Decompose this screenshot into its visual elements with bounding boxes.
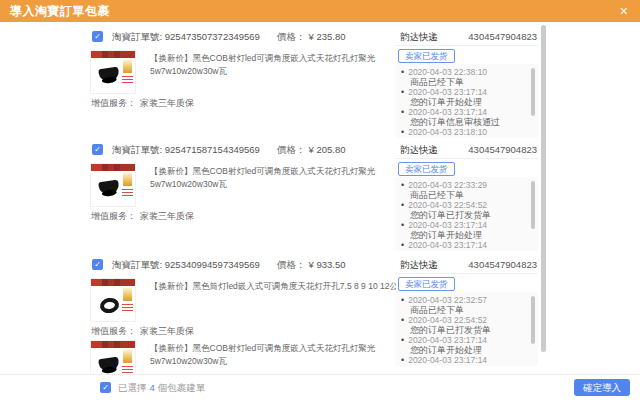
timeline-entry: •2020-04-03 22:32:57 商品已经下单: [401, 295, 528, 315]
timeline-entry: •2020-04-03 23:17:14: [401, 240, 528, 250]
selected-summary: 已選擇4個包裹建單: [118, 381, 205, 394]
ship-status-tag[interactable]: 卖家已发货: [398, 162, 455, 176]
check-icon: ✓: [102, 383, 109, 392]
ship-status-tag[interactable]: 卖家已发货: [398, 49, 455, 63]
product-description: 【换新价】黑色COB射灯led可调角度嵌入式天花灯孔灯聚光 5w7w10w20w…: [150, 342, 390, 368]
close-icon[interactable]: ×: [620, 0, 628, 22]
check-icon: ✓: [94, 32, 101, 41]
timeline-entry: •2020-04-03 22:54:52 您的订单已打发货单: [401, 315, 528, 335]
order-item-4-partial: 【换新价】黑色COB射灯led可调角度嵌入式天花灯孔灯聚光 5w7w10w20w…: [88, 340, 546, 374]
timeline-entry: •2020-04-03 23:17:14 您的订单开始处理: [401, 87, 528, 107]
timeline-entry: •2020-04-03 23:18:10: [401, 127, 528, 137]
value-added-service: 增值服务：家装三年质保: [91, 325, 194, 338]
product-thumbnail: [90, 163, 136, 207]
carrier-row: 韵达快递 4304547904823: [395, 31, 538, 46]
product-description: 【换新价】黑色COB射灯led可调角度嵌入式天花灯孔灯聚光 5w7w10w20w…: [150, 165, 390, 191]
product-description: 【换新价】黑色COB射灯led可调角度嵌入式天花灯孔灯聚光 5w7w10w20w…: [150, 52, 390, 78]
product-row: 【换新价】黑色COB射灯led可调角度嵌入式天花灯孔灯聚光 5w7w10w20w…: [88, 163, 388, 209]
carrier-row: 韵达快递 4304547904823: [395, 144, 538, 159]
order-number: 淘寶訂單號: 925340994597349569: [112, 258, 260, 271]
value-added-service: 增值服务：家装三年质保: [91, 210, 194, 223]
product-row: 【换新价】黑色筒灯led嵌入式可调角度天花灯开孔7.5 8 9 10 12公分c…: [88, 278, 388, 324]
order-checkbox[interactable]: ✓: [92, 144, 103, 155]
product-thumbnail: [90, 50, 136, 94]
dialog-footer: ✓ 已選擇4個包裹建單 確定導入: [0, 374, 640, 400]
import-taobao-orders-dialog: 導入淘寶訂單包裹 × ✓ 淘寶訂單號: 925473507372349569 價…: [0, 0, 640, 400]
product-description: 【换新价】黑色筒灯led嵌入式可调角度天花灯开孔7.5 8 9 10 12公分c…: [150, 280, 396, 293]
product-row: 【换新价】黑色COB射灯led可调角度嵌入式天花灯孔灯聚光 5w7w10w20w…: [88, 340, 388, 374]
timeline-scrollbar[interactable]: [531, 68, 535, 116]
order-header-row: ✓ 淘寶訂單號: 925340994597349569 價格：¥ 933.50: [88, 258, 388, 272]
bullet-icon: •: [401, 295, 404, 305]
order-price: 價格：¥ 235.80: [277, 30, 345, 43]
product-thumbnail: [90, 340, 136, 374]
order-number: 淘寶訂單號: 925471587154349569: [112, 143, 260, 156]
timeline-entry: •2020-04-03 23:17:14 您的订单信息审核通过: [401, 107, 528, 127]
order-header-row: ✓ 淘寶訂單號: 925473507372349569 價格：¥ 235.80: [88, 30, 388, 44]
order-price: 價格：¥ 933.50: [277, 258, 345, 271]
bullet-icon: •: [401, 315, 404, 325]
order-checkbox[interactable]: ✓: [92, 259, 103, 270]
carrier-name: 韵达快递: [400, 144, 438, 156]
bullet-icon: •: [401, 127, 404, 137]
timeline-entry: •2020-04-03 22:54:52 您的订单已打发货单: [401, 200, 528, 220]
order-checkbox[interactable]: ✓: [92, 31, 103, 42]
value-added-service: 增值服务：家装三年质保: [91, 97, 194, 110]
main-scrollbar[interactable]: [541, 25, 546, 352]
timeline-entry: •2020-04-03 22:38:10 商品已经下单: [401, 67, 528, 87]
dialog-title: 導入淘寶訂單包裹: [10, 0, 110, 22]
order-price: 價格：¥ 205.80: [277, 143, 345, 156]
check-icon: ✓: [94, 145, 101, 154]
bullet-icon: •: [401, 180, 404, 190]
product-row: 【换新价】黑色COB射灯led可调角度嵌入式天花灯孔灯聚光 5w7w10w20w…: [88, 50, 388, 96]
bullet-icon: •: [401, 107, 404, 117]
carrier-row: 韵达快递 4304547904823: [395, 259, 538, 274]
order-number: 淘寶訂單號: 925473507372349569: [112, 30, 260, 43]
confirm-import-button[interactable]: 確定導入: [574, 379, 630, 396]
check-icon: ✓: [94, 260, 101, 269]
bullet-icon: •: [401, 87, 404, 97]
bullet-icon: •: [401, 240, 404, 250]
ship-status-tag[interactable]: 卖家已发货: [398, 277, 455, 291]
tracking-number: 4304547904823: [468, 259, 537, 271]
selected-count: 4: [150, 382, 155, 393]
select-all-checkbox[interactable]: ✓: [100, 382, 111, 393]
bullet-icon: •: [401, 220, 404, 230]
timeline-scrollbar[interactable]: [531, 296, 535, 344]
order-header-row: ✓ 淘寶訂單號: 925471587154349569 價格：¥ 205.80: [88, 143, 388, 157]
product-thumbnail: [90, 278, 136, 322]
tracking-timeline: •2020-04-03 22:38:10 商品已经下单 •2020-04-03 …: [395, 64, 538, 138]
carrier-name: 韵达快递: [400, 31, 438, 43]
tracking-number: 4304547904823: [468, 144, 537, 156]
carrier-name: 韵达快递: [400, 259, 438, 271]
order-item-1: ✓ 淘寶訂單號: 925473507372349569 價格：¥ 235.80 …: [88, 30, 546, 142]
order-item-2: ✓ 淘寶訂單號: 925471587154349569 價格：¥ 205.80 …: [88, 143, 546, 255]
dialog-header: 導入淘寶訂單包裹 ×: [0, 0, 640, 22]
bullet-icon: •: [401, 200, 404, 210]
tracking-timeline: •2020-04-03 22:33:29 商品已经下单 •2020-04-03 …: [395, 177, 538, 251]
timeline-entry: •2020-04-03 23:17:14 您的订单开始处理: [401, 220, 528, 240]
bullet-icon: •: [401, 67, 404, 77]
tracking-number: 4304547904823: [468, 31, 537, 43]
timeline-entry: •2020-04-03 22:33:29 商品已经下单: [401, 180, 528, 200]
timeline-scrollbar[interactable]: [531, 181, 535, 229]
